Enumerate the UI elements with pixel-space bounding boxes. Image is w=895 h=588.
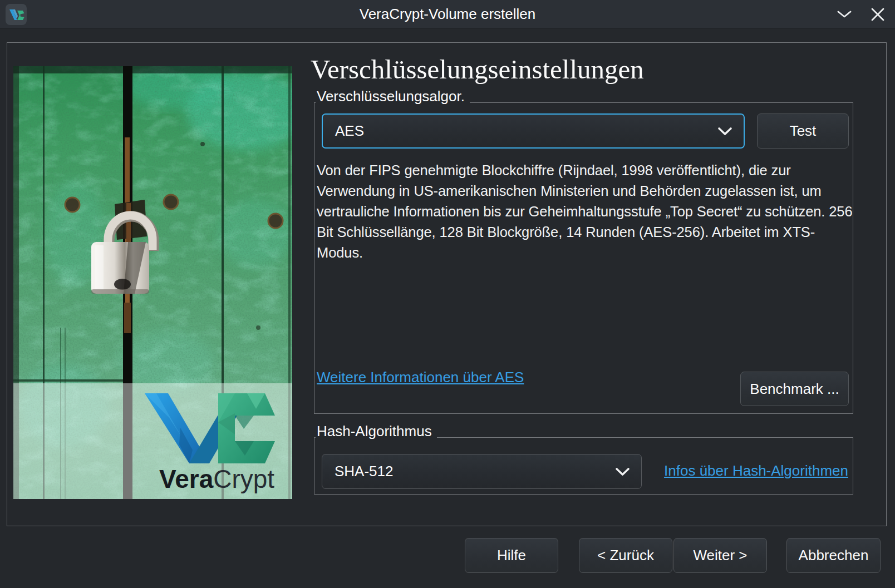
chevron-down-icon [615,467,630,476]
next-button[interactable]: Weiter > [673,538,767,573]
page-title: Verschlüsselungseinstellungen [311,55,856,85]
hash-algorithm-value: SHA-512 [335,463,615,480]
hash-group-legend: Hash-Algorithmus [316,423,437,439]
benchmark-button[interactable]: Benchmark ... [740,372,849,406]
svg-text:VeraCrypt: VeraCrypt [159,465,274,493]
help-button[interactable]: Hilfe [465,538,558,573]
minimize-chevron-icon[interactable] [835,5,854,24]
hash-algorithm-select[interactable]: SHA-512 [322,454,642,489]
encryption-algorithm-value: AES [335,122,717,140]
veracrypt-wizard-window: VeraCrypt-Volume erstellen [0,0,895,588]
hash-info-link[interactable]: Infos über Hash-Algorithmen [664,462,848,480]
logo-text-bold: Vera [159,465,214,493]
test-button[interactable]: Test [757,113,849,149]
encryption-algorithm-select[interactable]: AES [322,113,745,149]
window-title: VeraCrypt-Volume erstellen [360,6,535,23]
titlebar[interactable]: VeraCrypt-Volume erstellen [0,0,895,29]
back-button[interactable]: < Zurück [579,538,672,573]
veracrypt-app-icon [6,4,27,25]
aes-info-link[interactable]: Weitere Informationen über AES [317,369,524,386]
chevron-down-icon [717,127,732,136]
encryption-group-legend: Verschlüsselungsalgor. [316,88,470,105]
veracrypt-brand-image: VeraCrypt [13,66,292,499]
close-icon[interactable] [868,5,887,24]
encryption-algorithm-group: Verschlüsselungsalgor. AES Test Von der … [314,102,853,414]
algorithm-description: Von der FIPS genehmigte Blockchiffre (Ri… [317,160,861,263]
cancel-button[interactable]: Abbrechen [786,538,881,573]
logo-text-light: Crypt [213,465,274,493]
hash-algorithm-group: Hash-Algorithmus SHA-512 Infos über Hash… [314,437,853,495]
